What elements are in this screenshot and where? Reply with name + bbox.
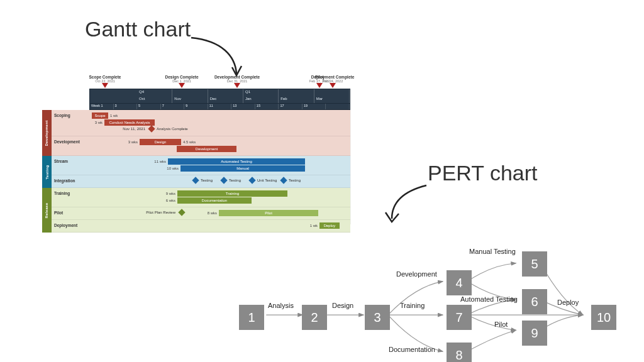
gantt-bar-end-label: 4.5 wks [183,139,196,145]
gantt-row-label: Development [52,136,89,155]
pert-edge-label: Training [400,302,425,309]
pert-edge-label: Deploy [557,299,579,306]
pert-edge [467,315,516,330]
gantt-bar: Design [140,139,181,145]
gantt-bar-start-label: 8 wks [208,210,217,216]
gantt-diamond-date: Nov 11, 2021 [123,126,145,132]
gantt-bar-start-label: 11 wks [154,158,166,165]
pert-edge-label: Development [396,270,437,278]
gantt-bar-start-label: 6 wks [166,197,175,204]
gantt-section-label: Release [42,188,52,233]
pert-arrow-icon [376,182,439,233]
pert-node: 7 [447,305,472,330]
pert-node: 9 [522,321,547,346]
pert-title: PERT chart [428,161,537,185]
gantt-bar-end-label: 1 wk [110,112,118,119]
gantt-diamond-icon [220,177,227,184]
pert-edge-label: Automated Testing [460,295,518,303]
gantt-row: ScopingScope1 wkConduct Needs Analysis3 … [52,110,350,136]
gantt-row-label: Deployment [52,220,89,232]
gantt-diamond-icon [192,177,199,184]
gantt-diamond-label: Unit Testing [257,177,277,184]
pert-edge-label: Documentation [389,346,435,353]
gantt-section: ReleaseTrainingTraining9 wksDocumentatio… [42,188,350,233]
gantt-section-label: Development [42,110,52,156]
gantt-diamond-label: Testing [201,177,213,184]
pert-node: 8 [447,343,472,362]
pert-node: 6 [522,289,547,314]
gantt-timeline: Q4Q1 OctNovDecJanFebMar [89,89,350,104]
gantt-row-label: Integration [52,175,89,187]
gantt-week-row: Week 135791113151719 [89,104,350,110]
gantt-row-label: Scoping [52,110,89,136]
gantt-row-label: Stream [52,156,89,175]
pert-node: 10 [591,305,616,330]
gantt-diamond-icon [148,125,155,132]
pert-node: 2 [302,305,327,330]
pert-node: 3 [365,305,390,330]
pert-node: 5 [522,251,547,277]
gantt-diamond-label: Analysis Complete [157,126,188,132]
gantt-diamond-label: Testing [229,177,241,184]
gantt-milestone: Deployment CompleteFeb 24, 2022 [308,75,358,88]
gantt-milestone: Development CompleteDec 31, 2021 [212,75,262,88]
pert-chart: 12345678910AnalysisDesignDevelopmentTrai… [233,239,623,346]
gantt-row: StreamAutomated Testing11 wksManual10 wk… [52,156,350,175]
pert-edge-label: Analysis [268,302,294,309]
gantt-milestone: Design CompleteDec 1, 2021 [157,75,207,88]
pert-edge-label: Manual Testing [469,248,516,255]
gantt-row: IntegrationTestingTestingUnit TestingTes… [52,175,350,188]
gantt-bar-start-label: 9 wks [166,190,175,197]
pert-edge [388,282,443,315]
gantt-row: TrainingTraining9 wksDocumentation6 wks [52,188,350,207]
gantt-diamond-label: Pilot Plan Review [146,209,175,216]
pert-node: 4 [447,270,472,295]
gantt-bar: Scope [92,112,108,119]
gantt-diamond-label: Testing [289,177,301,184]
pert-edge-label: Pilot [494,321,508,328]
pert-edge-label: Design [332,302,353,309]
gantt-milestone-row: Scope CompleteOct 22, 2021Design Complet… [42,75,350,89]
gantt-diamond-icon [280,177,287,184]
gantt-bar: Deploy [319,222,340,229]
gantt-bar-start-label: 3 wk [95,119,103,126]
gantt-row-label: Training [52,188,89,207]
gantt-section-label: Testing [42,156,52,188]
gantt-bar-start-label: 3 wks [128,139,138,145]
pert-edge [467,263,516,282]
gantt-bar: Manual [180,165,305,172]
gantt-milestone: Scope CompleteOct 22, 2021 [80,75,130,88]
gantt-title: Gantt chart [85,17,191,41]
pert-node: 1 [239,305,264,330]
gantt-row: PilotPilot Plan ReviewPilot8 wks [52,207,350,220]
gantt-bar: Training [177,190,287,197]
gantt-bar: Automated Testing [168,158,305,165]
gantt-bar: Development [177,146,236,152]
gantt-bar: Pilot [219,210,318,216]
gantt-bar: Documentation [177,197,252,204]
gantt-row: DevelopmentDesign3 wks4.5 wksDevelopment [52,136,350,156]
gantt-bar-start-label: 10 wks [167,165,179,172]
gantt-bar: Conduct Needs Analysis [104,119,155,126]
pert-edge [467,330,516,351]
gantt-diamond-icon [178,209,185,216]
gantt-chart: Scope CompleteOct 22, 2021Design Complet… [42,75,350,218]
gantt-bar-start-label: 1 wk [310,222,318,229]
gantt-section: DevelopmentScopingScope1 wkConduct Needs… [42,110,350,156]
gantt-section: TestingStreamAutomated Testing11 wksManu… [42,156,350,188]
gantt-diamond-icon [248,177,255,184]
gantt-row-label: Pilot [52,207,89,219]
gantt-body: DevelopmentScopingScope1 wkConduct Needs… [42,110,350,224]
gantt-row: DeploymentDeploy1 wk [52,220,350,233]
